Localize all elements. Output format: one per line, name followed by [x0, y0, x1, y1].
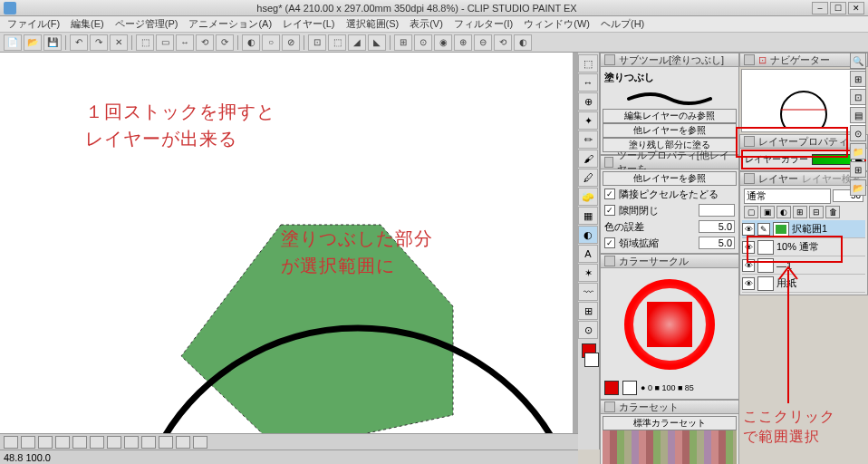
- sel-btn[interactable]: [141, 436, 156, 449]
- colorcircle-header[interactable]: カラーサークル: [600, 254, 739, 268]
- fill-tool-icon[interactable]: ◐: [578, 226, 598, 244]
- panel-grip-icon[interactable]: [604, 401, 615, 412]
- toolbar-btn[interactable]: ⊙: [414, 34, 432, 51]
- layer-btn[interactable]: 🗑: [825, 206, 840, 218]
- toolbar-btn[interactable]: ⊕: [454, 34, 472, 51]
- close-button[interactable]: ✕: [848, 2, 864, 14]
- layer-row[interactable]: 👁 10% 通常: [742, 238, 865, 256]
- tool-icon[interactable]: 🧽: [578, 188, 598, 206]
- visibility-icon[interactable]: 👁: [742, 223, 755, 236]
- toolbar-btn[interactable]: ⬚: [328, 34, 346, 51]
- tool-icon[interactable]: ⊙: [578, 321, 598, 339]
- sel-btn[interactable]: [90, 436, 104, 449]
- menu-edit[interactable]: 編集(E): [65, 17, 110, 31]
- toolbar-btn[interactable]: ◣: [368, 34, 386, 51]
- checkbox[interactable]: ✓: [604, 205, 615, 216]
- sel-btn[interactable]: [21, 436, 35, 449]
- menu-filter[interactable]: フィルター(I): [448, 17, 518, 31]
- sel-btn[interactable]: [159, 436, 173, 449]
- navigator-header[interactable]: ⊡ ナビゲーター: [739, 53, 868, 67]
- side-icon[interactable]: ⊞: [850, 71, 866, 87]
- menu-view[interactable]: 表示(V): [404, 17, 448, 31]
- colorset-name[interactable]: 標準カラーセット: [603, 416, 737, 430]
- panel-grip-icon[interactable]: [604, 54, 615, 65]
- tool-icon[interactable]: ⬚: [578, 54, 598, 72]
- canvas-area[interactable]: [0, 53, 578, 450]
- tool-icon[interactable]: ✏: [578, 130, 598, 149]
- toolbar-btn[interactable]: ⟲: [196, 34, 214, 51]
- lock-icon[interactable]: ✎: [757, 223, 770, 236]
- tool-icon[interactable]: ✶: [578, 264, 598, 282]
- layer-btn[interactable]: ◐: [776, 206, 791, 218]
- blend-mode[interactable]: 通常: [744, 188, 831, 204]
- tool-icon[interactable]: 🖌: [578, 150, 598, 168]
- toolbar-btn[interactable]: 📄: [4, 34, 22, 51]
- toolprop-header[interactable]: ツールプロパティ[他レイヤーを…: [600, 155, 739, 169]
- layer-btn[interactable]: ▣: [760, 206, 775, 218]
- subtool-opt[interactable]: 他レイヤーを参照: [603, 123, 737, 138]
- panel-grip-icon[interactable]: [744, 136, 755, 147]
- checkbox[interactable]: ✓: [604, 188, 615, 199]
- menu-page[interactable]: ページ管理(P): [110, 17, 184, 31]
- sel-btn[interactable]: [72, 436, 87, 449]
- layerprop-header[interactable]: レイヤープロパティ: [739, 134, 868, 149]
- ref-mode[interactable]: 他レイヤーを参照: [603, 171, 737, 186]
- minimize-button[interactable]: –: [812, 2, 828, 14]
- menu-selection[interactable]: 選択範囲(S): [341, 17, 405, 31]
- layers-header[interactable]: レイヤー レイヤー検索: [739, 171, 868, 186]
- prop-value[interactable]: [699, 204, 735, 217]
- panel-grip-icon[interactable]: [744, 173, 755, 184]
- layer-thumb[interactable]: [757, 240, 774, 255]
- toolbar-btn[interactable]: ↔: [176, 34, 194, 51]
- layer-row[interactable]: 👁 ✎ 択範囲1: [742, 220, 865, 238]
- sel-btn[interactable]: [107, 436, 121, 449]
- panel-grip-icon[interactable]: [604, 157, 613, 168]
- sel-btn[interactable]: [193, 436, 207, 449]
- menu-layer[interactable]: レイヤー(L): [277, 17, 340, 31]
- bg-swatch[interactable]: [622, 381, 637, 395]
- menu-help[interactable]: ヘルプ(H): [595, 17, 650, 31]
- layer-row[interactable]: 👁 —1: [742, 256, 865, 275]
- toolbar-btn[interactable]: ⊖: [474, 34, 492, 51]
- visibility-icon[interactable]: 👁: [742, 277, 755, 290]
- toolbar-btn[interactable]: ◐: [242, 34, 260, 51]
- toolbar-btn[interactable]: ○: [262, 34, 280, 51]
- toolbar-btn[interactable]: ▭: [156, 34, 174, 51]
- layer-thumb[interactable]: [757, 258, 774, 273]
- tool-icon[interactable]: 🖊: [578, 169, 598, 187]
- tolerance-input[interactable]: 5.0: [699, 220, 735, 233]
- sel-btn[interactable]: [4, 436, 18, 449]
- toolbar-btn[interactable]: ✕: [110, 34, 128, 51]
- layercolor-bar[interactable]: [812, 154, 852, 165]
- sel-btn[interactable]: [124, 436, 139, 449]
- toolbar-btn[interactable]: ⟳: [216, 34, 234, 51]
- menu-window[interactable]: ウィンドウ(W): [518, 17, 595, 31]
- tool-icon[interactable]: ⊞: [578, 302, 598, 320]
- sel-btn[interactable]: [38, 436, 53, 449]
- layer-thumb[interactable]: [773, 222, 789, 237]
- side-icon[interactable]: 📁: [850, 143, 866, 160]
- side-icon[interactable]: 📂: [850, 179, 866, 196]
- menu-file[interactable]: ファイル(F): [2, 17, 65, 31]
- tool-icon[interactable]: ✦: [578, 111, 598, 130]
- subtool-opt[interactable]: 編集レイヤーのみ参照: [603, 109, 737, 123]
- tool-icon[interactable]: ⊕: [578, 92, 598, 111]
- toolbar-btn[interactable]: ⟲: [494, 34, 512, 51]
- layer-btn[interactable]: ▢: [744, 206, 758, 218]
- colorset-header[interactable]: カラーセット: [600, 400, 739, 414]
- visibility-icon[interactable]: 👁: [742, 241, 755, 254]
- layer-row[interactable]: 👁 用紙: [742, 275, 865, 293]
- menu-animation[interactable]: アニメーション(A): [183, 17, 277, 31]
- color-palette[interactable]: [603, 430, 737, 464]
- tool-icon[interactable]: A: [578, 245, 598, 263]
- tool-icon[interactable]: ↔: [578, 73, 598, 92]
- layer-btn[interactable]: ⊞: [793, 206, 807, 218]
- toolbar-btn[interactable]: ⊞: [394, 34, 412, 51]
- sel-btn[interactable]: [176, 436, 190, 449]
- toolbar-btn[interactable]: ⊡: [308, 34, 326, 51]
- subtool-header[interactable]: サブツール[塗りつぶし]: [600, 53, 739, 67]
- toolbar-btn[interactable]: 📂: [24, 34, 42, 51]
- toolbar-btn[interactable]: ◐: [514, 34, 532, 51]
- subtool-name[interactable]: 塗りつぶし: [604, 71, 654, 84]
- side-icon[interactable]: ⊙: [850, 125, 866, 141]
